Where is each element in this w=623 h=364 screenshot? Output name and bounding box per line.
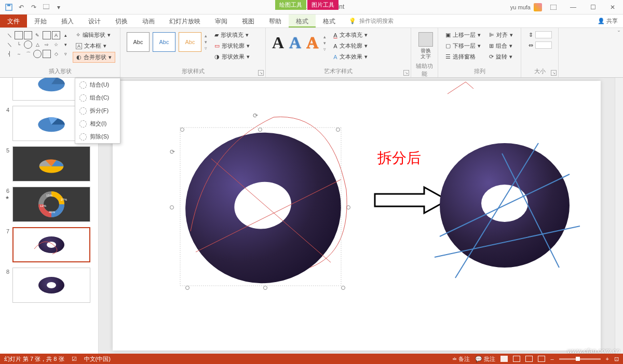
height-spinner[interactable]: ⇕ bbox=[525, 30, 555, 39]
comments-button[interactable]: 💬 批注 bbox=[475, 355, 495, 363]
tell-me-search[interactable]: 💡操作说明搜索 bbox=[343, 15, 400, 27]
share-button[interactable]: 👤共享 bbox=[592, 15, 623, 27]
alt-text-button[interactable]: 替换 文字 bbox=[415, 30, 436, 61]
shape-connector-icon[interactable]: ＼ bbox=[5, 40, 13, 49]
shape-more2-icon[interactable]: ▾ bbox=[61, 40, 70, 49]
tab-format-drawing[interactable]: 格式 bbox=[289, 15, 316, 27]
tab-view[interactable]: 视图 bbox=[235, 15, 262, 27]
shape-style-1[interactable]: Abc bbox=[127, 32, 150, 52]
align-button[interactable]: ⊫对齐 ▾ bbox=[486, 30, 516, 40]
shape-hexagon-icon[interactable] bbox=[43, 50, 51, 58]
selection-pane-button[interactable]: ☰选择窗格 bbox=[442, 52, 484, 62]
selection-handle[interactable] bbox=[170, 205, 174, 209]
gallery-more-icon[interactable]: ▿ bbox=[205, 46, 207, 51]
shape-triangle-icon[interactable]: △ bbox=[33, 40, 42, 49]
shape-styles-launcher[interactable]: ↘ bbox=[258, 70, 264, 76]
notes-button[interactable]: ≐ 备注 bbox=[452, 355, 470, 363]
slideshow-view-button[interactable] bbox=[538, 356, 545, 362]
selection-handle[interactable] bbox=[336, 128, 340, 132]
undo-button[interactable]: ↶ bbox=[16, 2, 27, 13]
slide-canvas[interactable]: ⟳ ⟳ 拆分后 bbox=[113, 81, 601, 351]
start-from-beginning-button[interactable] bbox=[40, 2, 52, 13]
slide-thumb-6[interactable]: 6★ 27%15%12%46% bbox=[2, 187, 96, 222]
shape-textbox-icon[interactable]: A bbox=[52, 31, 60, 39]
user-avatar-icon[interactable] bbox=[534, 3, 542, 11]
tab-insert[interactable]: 插入 bbox=[54, 15, 81, 27]
tab-design[interactable]: 设计 bbox=[81, 15, 108, 27]
user-name[interactable]: yu mufa bbox=[510, 4, 531, 10]
shape-more1-icon[interactable]: ▴ bbox=[61, 31, 70, 39]
wordart-style-1[interactable]: A bbox=[272, 33, 284, 52]
menu-union[interactable]: 结合(U) bbox=[75, 78, 120, 91]
shape-edit-icon[interactable]: ✎ bbox=[33, 31, 42, 39]
wa-more-icon[interactable]: ▿ bbox=[323, 47, 326, 52]
wordart-style-3[interactable]: A bbox=[306, 33, 318, 52]
shape-curve-icon[interactable]: ～ bbox=[15, 50, 23, 58]
ribbon-display-options-button[interactable] bbox=[545, 1, 562, 14]
fit-to-window-button[interactable]: ⊡ bbox=[614, 356, 619, 362]
shape-square-icon[interactable] bbox=[43, 31, 51, 39]
shape-oval-icon[interactable] bbox=[24, 40, 32, 49]
save-button[interactable] bbox=[3, 2, 15, 13]
redo-button[interactable]: ↷ bbox=[28, 2, 39, 13]
tab-transitions[interactable]: 切换 bbox=[108, 15, 135, 27]
group-button[interactable]: ⊞组合 ▾ bbox=[486, 41, 516, 51]
torus-shape-left[interactable] bbox=[173, 120, 353, 296]
shape-gallery-more-icon[interactable]: ▿ bbox=[61, 50, 70, 58]
tab-format-picture[interactable]: 格式 bbox=[316, 15, 343, 27]
tab-file[interactable]: 文件 bbox=[0, 15, 27, 27]
tab-animations[interactable]: 动画 bbox=[135, 15, 162, 27]
rotate-handle-icon[interactable]: ⟳ bbox=[253, 112, 258, 119]
vertical-scrollbar[interactable] bbox=[615, 78, 623, 354]
shape-arrow-icon[interactable]: ⇨ bbox=[43, 40, 51, 49]
torus-shape-right[interactable] bbox=[440, 143, 570, 268]
shape-star-icon[interactable]: ☆ bbox=[52, 40, 60, 49]
tab-home[interactable]: 开始 bbox=[27, 15, 54, 27]
slide-thumb-8[interactable]: 8 bbox=[2, 268, 96, 303]
tab-slideshow[interactable]: 幻灯片放映 bbox=[162, 15, 208, 27]
zoom-out-button[interactable]: – bbox=[550, 356, 553, 362]
bring-forward-button[interactable]: ▣上移一层 ▾ bbox=[442, 30, 484, 40]
wa-down-icon[interactable]: ▾ bbox=[323, 40, 326, 46]
menu-subtract[interactable]: 剪除(S) bbox=[75, 130, 120, 143]
edit-shape-button[interactable]: ✧编辑形状 ▾ bbox=[73, 30, 115, 40]
selection-handle[interactable] bbox=[185, 286, 189, 290]
normal-view-button[interactable] bbox=[500, 356, 508, 362]
collapse-ribbon-button[interactable]: ˇ bbox=[618, 30, 620, 37]
rotate-button[interactable]: ⟳旋转 ▾ bbox=[486, 52, 516, 62]
tab-help[interactable]: 帮助 bbox=[262, 15, 289, 27]
shape-circle-icon[interactable] bbox=[33, 50, 42, 58]
selection-handle[interactable] bbox=[263, 286, 267, 290]
text-effects-button[interactable]: A文本效果 ▾ bbox=[330, 52, 370, 62]
shape-style-2[interactable]: Abc bbox=[153, 32, 175, 52]
wordart-style-2[interactable]: A bbox=[289, 33, 301, 52]
gallery-down-icon[interactable]: ▾ bbox=[205, 39, 207, 45]
rotate-handle-icon[interactable]: ⟳ bbox=[170, 148, 175, 156]
selection-handle[interactable] bbox=[258, 128, 262, 132]
qat-customize-button[interactable]: ▾ bbox=[53, 2, 64, 13]
minimize-button[interactable]: — bbox=[565, 1, 581, 14]
wordart-gallery[interactable]: A A A ▴▾▿ bbox=[270, 30, 328, 55]
shape-arc-icon[interactable]: ⌒ bbox=[24, 50, 32, 58]
send-backward-button[interactable]: ▢下移一层 ▾ bbox=[442, 41, 484, 51]
slide-sorter-view-button[interactable] bbox=[513, 356, 520, 362]
slide-thumb-5[interactable]: 5 bbox=[2, 146, 96, 181]
reading-view-button[interactable] bbox=[525, 356, 533, 362]
shape-gallery[interactable]: ＼ ✎ A ▴ ＼ └ △ ⇨ ☆ ▾ ⎨ ～ ⌒ ◇ ▿ bbox=[4, 30, 71, 59]
selection-handle[interactable] bbox=[180, 128, 184, 132]
shape-rect2-icon[interactable] bbox=[24, 31, 32, 39]
shape-callout-icon[interactable]: ◇ bbox=[52, 50, 60, 58]
shape-rect-icon[interactable] bbox=[15, 31, 23, 39]
menu-combine[interactable]: 组合(C) bbox=[75, 91, 120, 104]
shape-style-3[interactable]: Abc bbox=[179, 32, 201, 52]
close-button[interactable]: ✕ bbox=[604, 1, 621, 14]
menu-fragment[interactable]: 拆分(F) bbox=[75, 104, 120, 117]
shape-outline-button[interactable]: ▭形状轮廓 ▾ bbox=[211, 41, 253, 51]
shape-elbow-icon[interactable]: └ bbox=[15, 40, 23, 49]
wordart-launcher[interactable]: ↘ bbox=[403, 70, 409, 76]
text-outline-button[interactable]: A文本轮廓 ▾ bbox=[330, 41, 370, 51]
shape-fill-button[interactable]: ▰形状填充 ▾ bbox=[211, 30, 253, 40]
slide-thumb-7[interactable]: 7 bbox=[2, 227, 96, 262]
text-fill-button[interactable]: A文本填充 ▾ bbox=[330, 30, 370, 40]
shape-style-gallery[interactable]: Abc Abc Abc ▴▾▿ bbox=[125, 30, 209, 54]
